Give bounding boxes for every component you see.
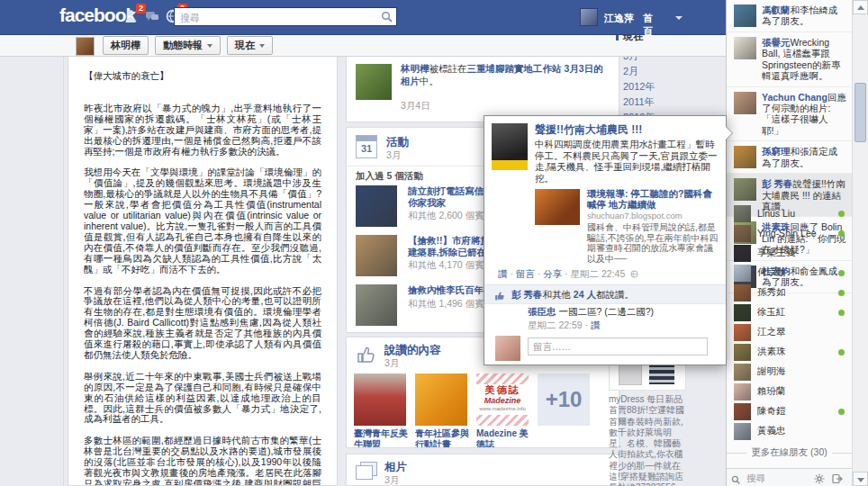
chat-friend-name: 徐玉紅	[757, 306, 832, 319]
scroll-up-button[interactable]	[853, 0, 868, 14]
chat-friend-row[interactable]: 賴玢蘭	[727, 382, 852, 401]
essay-post: 【偉大城市的衰亡】 昨夜北市政府以「暴力式的魄力」,出乎意料地執行了一個極權國家…	[68, 56, 338, 486]
comment-row: 張臣忠 一國二區? (二邊二國?) 星期二 22:59 · 讚	[484, 305, 726, 336]
liked-page-name-link[interactable]: 青年社區參與行動計畫	[415, 428, 471, 448]
event-thumbnail[interactable]	[356, 185, 397, 227]
scroll-down-button[interactable]	[853, 472, 868, 486]
chat-friend-row[interactable]: 黃義忠	[727, 421, 852, 441]
search-input[interactable]	[178, 10, 375, 25]
commenter-avatar[interactable]	[495, 307, 520, 332]
ticker-avatar[interactable]	[734, 4, 756, 27]
profile-link[interactable]: 江逸萍	[604, 12, 634, 25]
chat-friend-name: 江之翠	[757, 326, 832, 338]
post-action-link[interactable]: 分享	[543, 268, 562, 279]
timeline-nav-item[interactable]: 2011年	[623, 95, 655, 109]
link-thumbnail[interactable]	[535, 189, 580, 225]
viewer-avatar	[495, 336, 520, 361]
arrow-down-icon	[857, 478, 864, 482]
chat-sidebar-toggle-icon[interactable]	[832, 472, 843, 486]
tagged-photo-thumbnail[interactable]	[356, 64, 392, 100]
timeline-dropdown-button[interactable]: 動態時報	[155, 36, 221, 55]
essay-paragraph: 舉例來說,近二十年來的中東戰事,美國士兵們被送上戰場的原因,不一定是為了保護自己…	[84, 372, 321, 426]
liked-page-name-link[interactable]: 臺灣青年反美牛聯盟	[354, 428, 410, 448]
inline-link[interactable]: 三重埔腳踏實地工作站	[467, 63, 562, 74]
event-thumbnail[interactable]	[356, 235, 397, 276]
inline-link[interactable]: 24 人	[574, 289, 596, 300]
liked-page-name-link[interactable]: Madezine 美德誌	[476, 428, 532, 448]
more-online-friends[interactable]: 更多在線朋友 (30)	[727, 446, 852, 459]
ticker-item[interactable]: 張譽元Wrecking Ball, 這檔蠢事跟Springsteen的新專輯還真…	[727, 32, 852, 87]
ticker-avatar[interactable]	[734, 92, 756, 114]
chat-friend-row[interactable]: 陳奇鎧	[727, 401, 852, 421]
ad-text[interactable]: myDress 每日新品首賣88折!空運韓國首爾春裝時尚新款,數千款好萊塢明星、…	[609, 394, 686, 486]
photos-header-link[interactable]: 相片	[384, 460, 407, 475]
chat-friend-row[interactable]: 徐玉紅	[727, 302, 852, 322]
thumb-up-icon	[356, 344, 377, 369]
ticker-avatar[interactable]	[734, 37, 756, 59]
inline-link[interactable]: 彭 秀春	[511, 289, 542, 300]
friend-requests-icon[interactable]: 2	[123, 8, 140, 24]
liked-page-tile[interactable]	[354, 374, 406, 426]
timeline-nav-item[interactable]: 2012年	[623, 80, 655, 94]
page-avatar[interactable]	[492, 123, 528, 170]
ticker-avatar[interactable]	[734, 146, 756, 168]
chat-friend-row[interactable]: 江之翠	[727, 322, 852, 342]
commenter-name-link[interactable]: 張臣忠	[528, 306, 556, 317]
scrollbar-thumb[interactable]	[854, 83, 866, 142]
inline-link[interactable]: 林明樺	[401, 63, 429, 74]
home-link[interactable]: 首頁	[643, 12, 653, 39]
online-status-dot	[838, 211, 845, 217]
page-title-link[interactable]: 聲援!!竹南大埔農民 !!!	[535, 122, 719, 138]
chat-friend-row[interactable]: Ying-Shin Lee	[727, 223, 852, 243]
ticker-actor-link[interactable]: Yachun Chang	[762, 92, 827, 103]
chat-friend-row[interactable]: 享樂主義	[727, 243, 852, 263]
search-icon[interactable]	[381, 11, 393, 27]
link-title[interactable]: 環境報導: 停工聽誰的?國科會喊停 地方繼續做	[587, 188, 719, 210]
story-hovercard: 聲援!!竹南大埔農民 !!! 中科四期調度使用農業用水計畫工程」暫時停工。不料農…	[484, 115, 727, 365]
ticker-item[interactable]: Yachun Chang回應了何宗勳的相片:「這樣子很嚇人耶!」	[727, 87, 852, 142]
comment-meta: 星期二 22:59 · 讚	[528, 320, 601, 332]
ticker-actor-link[interactable]: 彭 秀春	[762, 178, 792, 189]
chat-friend-row[interactable]: 孫秀如	[727, 283, 852, 302]
comment-text: 一國二區? (二邊二國?)	[558, 306, 654, 317]
ticker-actor-link[interactable]: 馮叡蘭	[762, 4, 791, 15]
profile-name-button[interactable]: 林明樺	[103, 36, 149, 55]
browser-scrollbar	[852, 0, 868, 486]
messages-icon[interactable]	[144, 8, 160, 24]
ticker-avatar[interactable]	[734, 178, 756, 201]
chat-friend-row[interactable]: 洪素珠	[727, 342, 852, 362]
ticker-item[interactable]: 孫窮理和張清定成為了朋友。	[727, 141, 852, 174]
tagged-story-timestamp[interactable]: 3月4日	[401, 100, 430, 112]
comment-input-row	[484, 336, 726, 363]
account-menu-caret-icon[interactable]	[675, 16, 683, 20]
inline-text: 中。	[420, 76, 439, 86]
comment-input[interactable]	[528, 338, 708, 356]
liked-page-tile[interactable]: 美德誌Madezinewww.madezine.info	[476, 374, 529, 426]
ticker-item[interactable]: 馮叡蘭和李怡綺成為了朋友。	[727, 0, 852, 32]
post-timestamp[interactable]: 星期二 22:45	[571, 268, 626, 279]
post-action-link[interactable]: 留言	[516, 268, 535, 279]
comment-timestamp[interactable]: 星期二 22:59	[528, 320, 583, 330]
liked-content-header-link[interactable]: 說讚的內容	[384, 343, 441, 358]
events-header-link[interactable]: 活動	[386, 135, 409, 150]
calendar-day: 31	[357, 141, 376, 157]
chat-friend-row[interactable]: Linus Liu	[727, 203, 852, 223]
event-thumbnail[interactable]	[356, 284, 397, 326]
chat-settings-gear-icon[interactable]	[814, 472, 825, 486]
profile-thumbnail[interactable]	[76, 37, 95, 56]
avatar[interactable]	[580, 8, 598, 26]
liked-page-tile[interactable]	[415, 374, 467, 426]
chat-friend-row[interactable]: 謝明海	[727, 362, 852, 382]
timeline-nav-item[interactable]: 2月	[623, 65, 638, 78]
ticker-actor-link[interactable]: 孫窮理	[762, 146, 791, 157]
now-dropdown-button[interactable]: 現在	[227, 36, 273, 55]
chat-friend-name: Ying-Shin Lee	[757, 228, 832, 238]
tagged-story-card[interactable]: 林明樺被標註在三重埔腳踏實地工作站 3月3日的相片中。 3月4日	[346, 54, 619, 122]
more-likes-count: +10	[546, 387, 583, 412]
ticker-actor-link[interactable]: 張譽元	[762, 37, 791, 48]
chat-friend-row[interactable]: 何宗勳	[727, 263, 852, 283]
comment-like-link[interactable]: 讚	[591, 320, 601, 330]
chat-search-input[interactable]	[745, 471, 802, 485]
post-action-link[interactable]: 讚	[498, 268, 508, 279]
more-likes-tile[interactable]: +10	[538, 374, 590, 426]
